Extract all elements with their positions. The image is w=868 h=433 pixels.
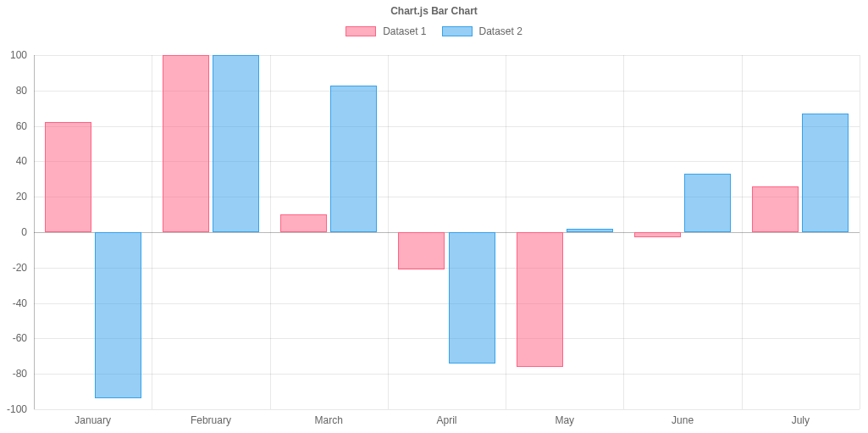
chart-legend: Dataset 1Dataset 2 (0, 25, 868, 37)
x-tick-label: April (436, 414, 456, 426)
y-tick-label: 60 (16, 120, 27, 132)
gridline-x (623, 55, 624, 409)
gridline-y (34, 126, 860, 127)
y-tick-label: -40 (13, 297, 27, 309)
y-tick-label: -100 (7, 403, 27, 415)
gridline-x (506, 55, 506, 409)
legend-item-0[interactable]: Dataset 1 (346, 25, 426, 37)
gridline-y (34, 374, 860, 375)
bar-series0-cat1[interactable] (163, 55, 209, 232)
bar-series1-cat3[interactable] (449, 232, 495, 364)
y-tick-label: 0 (21, 226, 27, 238)
bar-series1-cat1[interactable] (213, 55, 259, 232)
y-tick-label: 40 (16, 155, 27, 167)
legend-label-1: Dataset 2 (479, 25, 522, 37)
gridline-x (34, 55, 35, 409)
gridline-y (34, 55, 860, 56)
y-tick-label: 80 (16, 85, 27, 97)
bar-series1-cat5[interactable] (684, 174, 731, 232)
x-tick-label: February (191, 414, 231, 426)
gridline-y (34, 232, 860, 233)
gridline-y (34, 161, 860, 162)
x-tick-label: March (315, 414, 343, 426)
chart-container: Chart.js Bar Chart Dataset 1Dataset 2 -1… (0, 0, 868, 433)
gridline-x (152, 55, 152, 409)
gridline-x (270, 55, 271, 409)
gridline-y (34, 268, 860, 269)
gridline-y (34, 409, 860, 410)
gridline-y (34, 91, 860, 92)
bar-series1-cat4[interactable] (567, 229, 613, 232)
bar-series0-cat3[interactable] (398, 232, 445, 269)
y-tick-label: -20 (13, 262, 27, 274)
bar-series0-cat4[interactable] (517, 232, 563, 367)
gridline-y (34, 338, 860, 339)
bar-series1-cat6[interactable] (802, 114, 849, 232)
bar-series0-cat5[interactable] (634, 232, 681, 237)
legend-item-1[interactable]: Dataset 2 (442, 25, 522, 37)
x-tick-label: January (75, 414, 111, 426)
gridline-y (34, 197, 860, 197)
y-tick-label: 100 (10, 49, 27, 61)
legend-swatch-1 (442, 26, 473, 36)
bar-series0-cat2[interactable] (280, 214, 327, 232)
bar-series1-cat0[interactable] (95, 232, 141, 398)
gridline-x (860, 55, 860, 409)
y-tick-label: 20 (16, 191, 27, 203)
legend-swatch-0 (346, 26, 376, 36)
x-tick-label: June (672, 414, 694, 426)
x-tick-label: May (555, 414, 574, 426)
gridline-y (34, 303, 860, 304)
y-tick-label: -60 (13, 332, 27, 344)
bar-series1-cat2[interactable] (330, 86, 377, 232)
x-tick-label: July (792, 414, 810, 426)
bar-series0-cat0[interactable] (45, 122, 91, 232)
legend-label-0: Dataset 1 (383, 25, 426, 37)
chart-title: Chart.js Bar Chart (0, 5, 868, 17)
y-tick-label: -80 (13, 368, 27, 380)
bar-series0-cat6[interactable] (752, 186, 799, 232)
gridline-x (742, 55, 743, 409)
plot-area: -100-80-60-40-20020406080100JanuaryFebru… (34, 55, 860, 409)
gridline-x (388, 55, 389, 409)
